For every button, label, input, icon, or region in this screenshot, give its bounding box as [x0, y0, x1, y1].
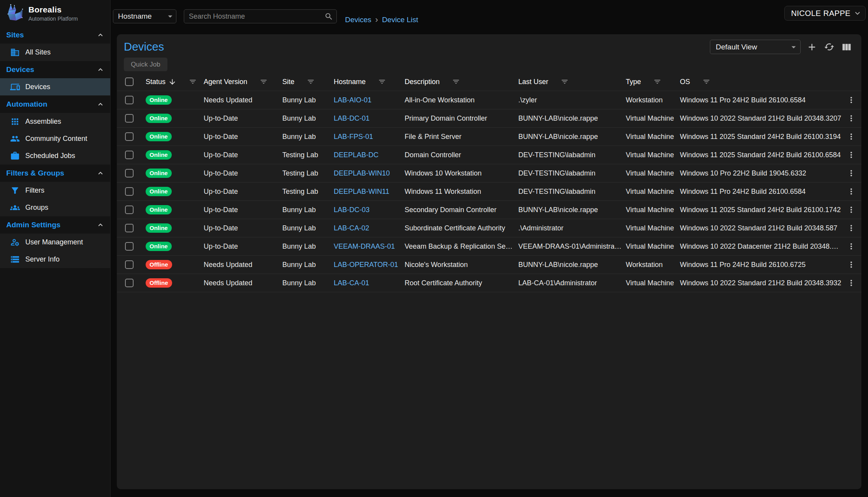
row-menu-button[interactable]	[846, 277, 857, 288]
table-row[interactable]: Online Up-to-Date Testing Lab DEEPLAB-WI…	[117, 164, 861, 183]
cell-description: Subordinate Certificate Authority	[401, 224, 514, 232]
row-menu-button[interactable]	[846, 259, 857, 270]
column-filter-icon[interactable]	[452, 78, 460, 86]
sidebar-item-all-sites[interactable]: All Sites	[0, 44, 110, 61]
columns-button[interactable]	[840, 41, 853, 53]
brand-subtitle: Automation Platform	[28, 16, 78, 22]
row-menu-button[interactable]	[846, 168, 857, 179]
sidebar-item-server-info[interactable]: Server Info	[0, 251, 110, 268]
column-header-description[interactable]: Description	[401, 78, 514, 86]
add-view-button[interactable]	[806, 41, 818, 53]
column-filter-icon[interactable]	[702, 78, 710, 86]
table-row[interactable]: Online Up-to-Date Bunny Lab VEEAM-DRAAS-…	[117, 237, 861, 256]
column-filter-icon[interactable]	[307, 78, 315, 86]
row-checkbox[interactable]	[125, 187, 134, 196]
breadcrumb-device-list[interactable]: Device List	[382, 16, 418, 24]
row-checkbox[interactable]	[125, 260, 134, 269]
row-menu-button[interactable]	[846, 95, 857, 105]
sidebar-item-groups[interactable]: Groups	[0, 199, 110, 216]
quick-job-button[interactable]: Quick Job	[124, 58, 167, 71]
row-checkbox[interactable]	[125, 224, 134, 232]
column-filter-icon[interactable]	[561, 78, 569, 86]
refresh-button[interactable]	[823, 41, 835, 53]
sort-desc-icon[interactable]	[168, 78, 176, 86]
row-checkbox[interactable]	[125, 279, 134, 287]
table-row[interactable]: Online Up-to-Date Bunny Lab LAB-FPS-01 F…	[117, 128, 861, 146]
sidebar-section-devices[interactable]: Devices	[0, 61, 110, 78]
sidebar-section-automation[interactable]: Automation	[0, 96, 110, 113]
column-header-site[interactable]: Site	[278, 78, 330, 86]
search-field-select[interactable]: Hostname	[113, 9, 176, 23]
row-checkbox[interactable]	[125, 96, 134, 104]
sidebar-item-scheduled-jobs[interactable]: Scheduled Jobs	[0, 147, 110, 164]
column-header-type[interactable]: Type	[622, 78, 676, 86]
user-management-icon	[10, 237, 20, 247]
column-header-last-user[interactable]: Last User	[514, 78, 622, 86]
hostname-link[interactable]: LAB-DC-01	[334, 114, 370, 122]
table-row[interactable]: Offline Needs Updated Bunny Lab LAB-OPER…	[117, 256, 861, 274]
sidebar-item-devices[interactable]: Devices	[0, 78, 110, 95]
search-input[interactable]	[189, 12, 324, 21]
hostname-link[interactable]: LAB-FPS-01	[334, 133, 373, 140]
row-checkbox[interactable]	[125, 169, 134, 177]
sidebar-item-label: Community Content	[25, 135, 87, 143]
hostname-link[interactable]: DEEPLAB-DC	[334, 151, 379, 159]
sidebar-section-admin-settings[interactable]: Admin Settings	[0, 216, 110, 234]
server-info-icon	[10, 255, 20, 264]
more-vert-icon	[847, 132, 856, 141]
row-checkbox[interactable]	[125, 151, 134, 159]
table-row[interactable]: Online Up-to-Date Testing Lab DEEPLAB-DC…	[117, 146, 861, 164]
table-row[interactable]: Online Up-to-Date Testing Lab DEEPLAB-WI…	[117, 183, 861, 201]
row-checkbox[interactable]	[125, 132, 134, 141]
hostname-link[interactable]: LAB-OPERATOR-01	[334, 261, 398, 269]
column-filter-icon[interactable]	[378, 78, 386, 86]
chevron-up-icon	[96, 31, 105, 39]
column-filter-icon[interactable]	[189, 78, 197, 86]
row-checkbox[interactable]	[125, 205, 134, 214]
row-menu-button[interactable]	[846, 186, 857, 197]
hostname-link[interactable]: LAB-AIO-01	[334, 96, 371, 104]
column-header-os[interactable]: OS	[676, 78, 842, 86]
column-header-label: Status	[146, 78, 166, 86]
hostname-link[interactable]: DEEPLAB-WIN10	[334, 169, 390, 177]
hostname-link[interactable]: LAB-CA-01	[334, 279, 369, 287]
view-select[interactable]: Default View	[710, 40, 801, 54]
column-filter-icon[interactable]	[260, 78, 268, 86]
cell-site: Bunny Lab	[278, 242, 330, 251]
row-checkbox[interactable]	[125, 114, 134, 123]
cell-type: Virtual Machine	[622, 114, 676, 123]
sidebar-section-label: Filters & Groups	[6, 169, 64, 177]
sidebar-section-filters-groups[interactable]: Filters & Groups	[0, 165, 110, 182]
row-checkbox[interactable]	[125, 242, 134, 251]
status-badge: Online	[146, 223, 172, 233]
column-header-agent-version[interactable]: Agent Version	[200, 78, 278, 86]
row-menu-button[interactable]	[846, 131, 857, 142]
table-row[interactable]: Online Up-to-Date Bunny Lab LAB-DC-01 Pr…	[117, 109, 861, 128]
sidebar-item-filters[interactable]: Filters	[0, 182, 110, 199]
column-header-hostname[interactable]: Hostname	[330, 78, 401, 86]
column-header-status[interactable]: Status	[142, 78, 200, 86]
select-all-checkbox[interactable]	[125, 77, 134, 86]
row-menu-button[interactable]	[846, 204, 857, 215]
sidebar-item-assemblies[interactable]: Assemblies	[0, 113, 110, 130]
breadcrumb-devices[interactable]: Devices	[345, 16, 371, 24]
table-row[interactable]: Online Up-to-Date Bunny Lab LAB-CA-02 Su…	[117, 219, 861, 237]
row-menu-button[interactable]	[846, 241, 857, 252]
row-menu-button[interactable]	[846, 113, 857, 124]
table-row[interactable]: Online Needs Updated Bunny Lab LAB-AIO-0…	[117, 91, 861, 109]
hostname-link[interactable]: VEEAM-DRAAS-01	[334, 242, 395, 250]
sidebar-item-community-content[interactable]: Community Content	[0, 130, 110, 147]
hostname-link[interactable]: DEEPLAB-WIN11	[334, 188, 389, 195]
table-row[interactable]: Offline Needs Updated Bunny Lab LAB-CA-0…	[117, 274, 861, 292]
hostname-link[interactable]: LAB-DC-03	[334, 206, 370, 214]
filters-icon	[10, 186, 20, 195]
user-menu-button[interactable]: NICOLE RAPPE	[784, 6, 866, 21]
row-menu-button[interactable]	[846, 223, 857, 234]
row-menu-button[interactable]	[846, 149, 857, 160]
column-filter-icon[interactable]	[653, 78, 661, 86]
table-row[interactable]: Online Up-to-Date Bunny Lab LAB-DC-03 Se…	[117, 201, 861, 219]
sidebar-item-user-management[interactable]: User Management	[0, 234, 110, 251]
cell-description: Veeam Backup & Replication Server	[401, 242, 514, 251]
hostname-link[interactable]: LAB-CA-02	[334, 224, 369, 232]
sidebar-section-sites[interactable]: Sites	[0, 26, 110, 44]
